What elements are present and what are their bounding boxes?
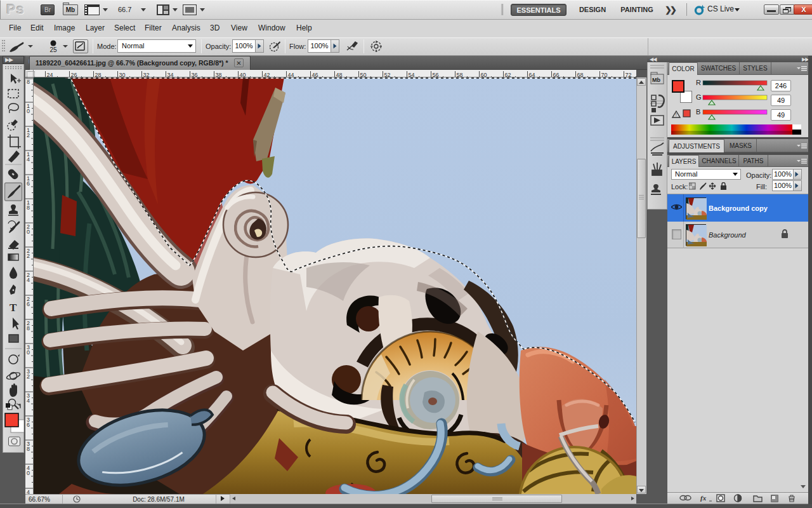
svg-text:8: 8	[27, 446, 30, 452]
svg-text:36: 36	[192, 72, 198, 77]
svg-text:24: 24	[47, 72, 53, 77]
svg-text:40: 40	[240, 72, 246, 77]
svg-text:2: 2	[27, 253, 30, 259]
svg-text:Mb: Mb	[652, 77, 660, 83]
svg-text:0: 0	[27, 108, 30, 114]
svg-text:64: 64	[529, 72, 535, 77]
svg-text:4: 4	[27, 398, 30, 404]
svg-text:4: 4	[27, 489, 30, 494]
svg-text:6: 6	[27, 301, 30, 307]
svg-text:68: 68	[577, 72, 584, 77]
svg-text:6: 6	[27, 180, 30, 187]
svg-text:T: T	[10, 302, 17, 314]
svg-text:42: 42	[264, 72, 270, 77]
svg-text:28: 28	[95, 72, 102, 77]
svg-text:B: B	[696, 108, 700, 116]
svg-text:34: 34	[167, 72, 174, 77]
svg-text:52: 52	[384, 72, 391, 77]
svg-text:72: 72	[625, 72, 632, 77]
svg-text:32: 32	[143, 72, 150, 77]
svg-text:fx: fx	[700, 494, 707, 502]
svg-text:70: 70	[601, 72, 608, 77]
svg-text:26: 26	[71, 72, 77, 77]
svg-text:8: 8	[27, 79, 30, 85]
svg-text:2: 2	[27, 132, 30, 138]
svg-text:8: 8	[27, 325, 30, 331]
svg-text:56: 56	[433, 72, 439, 77]
svg-text:44: 44	[288, 72, 294, 77]
svg-text:50: 50	[360, 72, 367, 77]
svg-text:G: G	[696, 93, 702, 101]
svg-text:48: 48	[336, 72, 343, 77]
svg-text:0: 0	[27, 349, 30, 356]
svg-text:8: 8	[27, 204, 30, 211]
svg-text:38: 38	[216, 72, 222, 77]
svg-text:0: 0	[27, 470, 30, 476]
svg-text:58: 58	[457, 72, 463, 77]
svg-text:0: 0	[27, 229, 30, 235]
svg-text:54: 54	[409, 72, 415, 77]
svg-text:60: 60	[481, 72, 487, 77]
svg-text:30: 30	[119, 72, 126, 77]
svg-text:66: 66	[553, 72, 560, 77]
svg-text:2: 2	[27, 373, 30, 380]
svg-text:!: !	[676, 112, 677, 117]
svg-text:62: 62	[505, 72, 511, 77]
svg-text:R: R	[696, 79, 701, 86]
svg-text:6: 6	[27, 422, 30, 428]
svg-text:46: 46	[312, 72, 318, 77]
svg-text:4: 4	[27, 277, 30, 283]
svg-text:4: 4	[27, 156, 30, 163]
